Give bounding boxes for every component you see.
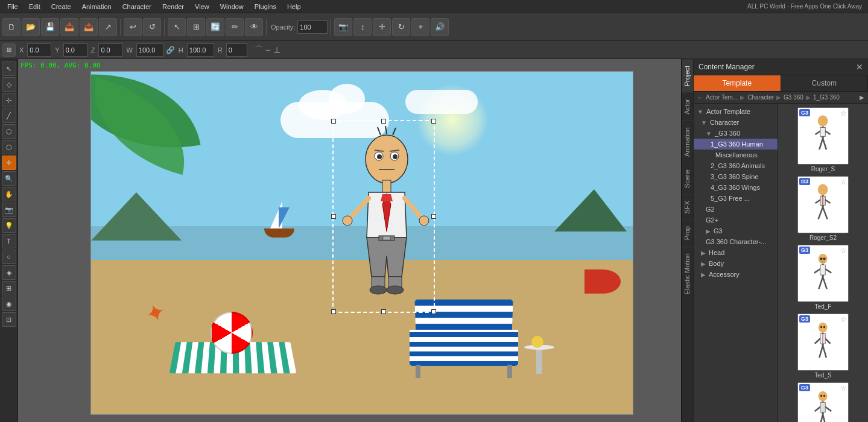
tool-extra3[interactable]: ⊡ — [2, 312, 16, 327]
redo-button[interactable]: ↺ — [143, 18, 161, 36]
open-button[interactable]: 📂 — [22, 18, 40, 36]
breadcrumb-character[interactable]: Character — [747, 94, 774, 101]
tool-light[interactable]: 💡 — [2, 218, 16, 233]
tool-shape[interactable]: ○ — [2, 250, 16, 264]
character-actor[interactable] — [341, 126, 432, 307]
content-manager-close[interactable]: ✕ — [856, 62, 863, 72]
tool-extra1[interactable]: ⊞ — [2, 281, 16, 295]
camera-button[interactable]: 📷 — [334, 18, 352, 36]
star-roger-s[interactable]: ☆ — [840, 109, 847, 118]
thumb-roger-s[interactable]: G3 ☆ Roger_S — [782, 107, 864, 172]
breadcrumb-actor-tem[interactable]: Actor Tem... — [706, 94, 738, 101]
tab-actor[interactable]: Actor — [682, 92, 693, 121]
tree-3g3360spine[interactable]: 3_G3 360 Spine — [694, 171, 778, 182]
menu-render[interactable]: Render — [157, 2, 189, 11]
menu-create[interactable]: Create — [46, 2, 76, 11]
tree-g2[interactable]: G2 — [694, 204, 778, 215]
grid-button[interactable]: ⊞ — [2, 43, 16, 57]
menu-help[interactable]: Help — [282, 2, 306, 11]
tree-g3360[interactable]: ▼ _G3 360 — [694, 128, 778, 139]
z-input[interactable] — [98, 43, 122, 57]
thumb-box-roger-s2[interactable]: G3 ☆ — [797, 176, 849, 233]
tool-extra2[interactable]: ◉ — [2, 297, 16, 311]
tab-elastic-motion[interactable]: Elastic Motion — [682, 247, 693, 300]
tool-camera[interactable]: 📷 — [2, 203, 16, 217]
eye-button[interactable]: 👁 — [245, 18, 263, 36]
tree-head[interactable]: ▶ Head — [694, 247, 778, 258]
rotate-button[interactable]: 🔄 — [206, 18, 224, 36]
thumb-ted-s[interactable]: G3 ☆ — [782, 313, 864, 379]
star-ted-f[interactable]: ☆ — [840, 247, 847, 255]
tab-animation[interactable]: Animation — [682, 121, 693, 163]
audio-button[interactable]: 🔊 — [431, 18, 449, 36]
cm-tab-template[interactable]: Template — [694, 75, 781, 91]
tree-accessory[interactable]: ▶ Accessory — [694, 269, 778, 280]
star-roger-s2[interactable]: ☆ — [840, 178, 847, 186]
viewport-canvas[interactable]: FPS: 0.00, AVG: 0.00 ✦ — [18, 59, 681, 422]
tool-hand[interactable]: ✋ — [2, 187, 16, 201]
tool-transform[interactable]: ⊹ — [2, 93, 16, 107]
sel-handle-bc[interactable] — [381, 309, 386, 314]
tree-5g3360free[interactable]: 5_G3 Free ... — [694, 193, 778, 204]
sel-handle-bl[interactable] — [331, 309, 336, 314]
menu-window[interactable]: Window — [215, 2, 249, 11]
aim-button[interactable]: ⌖ — [411, 18, 429, 36]
anchor-btn[interactable]: ⊥ — [273, 45, 280, 55]
star-ted-s[interactable]: ☆ — [840, 315, 847, 324]
tree-g3360char[interactable]: G3 360 Character-... — [694, 236, 778, 247]
undo-button[interactable]: ↩ — [124, 18, 142, 36]
tab-sfx[interactable]: SFX — [682, 194, 693, 219]
sel-handle-mr[interactable] — [431, 214, 436, 219]
menu-animation[interactable]: Animation — [77, 2, 116, 11]
tree-1g3360human[interactable]: 1_G3 360 Human — [694, 139, 778, 150]
menu-edit[interactable]: Edit — [24, 2, 45, 11]
save-button[interactable]: 💾 — [41, 18, 59, 36]
sel-handle-ml[interactable] — [331, 214, 336, 219]
tool-active[interactable]: ✛ — [2, 156, 16, 170]
tool-mesh[interactable]: ⬡ — [2, 124, 16, 139]
menu-view[interactable]: View — [190, 2, 214, 11]
new-button[interactable]: 🗋 — [2, 18, 21, 36]
tool-zoom[interactable]: 🔍 — [2, 171, 16, 186]
menu-plugins[interactable]: Plugins — [250, 2, 281, 11]
tree-g3[interactable]: ▶ G3 — [694, 225, 778, 236]
thumb-box-roger-s[interactable]: G3 ☆ — [797, 107, 849, 165]
thumb-roger-s2[interactable]: G3 ☆ Roger_S2 — [782, 176, 864, 241]
thumb-box-ted-s2[interactable]: G3 ☆ — [797, 382, 849, 422]
h-input[interactable] — [187, 43, 214, 57]
tree-actor-template[interactable]: ▼ Actor Template — [694, 106, 778, 117]
breadcrumb-forward[interactable]: ▶ — [860, 94, 864, 101]
select-button[interactable]: ↖ — [168, 18, 186, 36]
menu-character[interactable]: Character — [118, 2, 156, 11]
thumb-box-ted-s[interactable]: G3 ☆ — [797, 313, 849, 371]
tool-select[interactable]: ↖ — [2, 61, 16, 76]
tool-text[interactable]: T — [2, 234, 16, 248]
star-ted-s2[interactable]: ☆ — [840, 384, 847, 392]
r-input[interactable] — [226, 43, 247, 57]
tool-node[interactable]: ◇ — [2, 77, 16, 92]
opacity-input[interactable] — [297, 20, 328, 34]
tab-project[interactable]: Project — [682, 59, 693, 92]
tool-bones[interactable]: ╱ — [2, 109, 16, 123]
tree-character[interactable]: ▼ Character — [694, 117, 778, 128]
export2-button[interactable]: ↗ — [99, 18, 117, 36]
export-button[interactable]: 📤 — [80, 18, 98, 36]
move-button[interactable]: ↕ — [353, 18, 372, 36]
tab-prop[interactable]: Prop — [682, 219, 693, 246]
tree-2g3360animals[interactable]: 2_G3 360 Animals — [694, 160, 778, 171]
tab-scene[interactable]: Scene — [682, 163, 693, 194]
paint-button[interactable]: ✏ — [226, 18, 244, 36]
curve-btn1[interactable]: ⌒ — [255, 45, 263, 55]
tool-material[interactable]: ◈ — [2, 265, 16, 280]
thumb-ted-s2[interactable]: G3 ☆ T — [782, 382, 864, 422]
transform-button[interactable]: ⊞ — [187, 18, 205, 36]
spin-button[interactable]: ↻ — [392, 18, 410, 36]
breadcrumb-g3360[interactable]: G3 360 — [784, 94, 803, 101]
cm-tab-custom[interactable]: Custom — [781, 75, 869, 91]
tree-miscellaneous[interactable]: Miscellaneous — [694, 150, 778, 160]
breadcrumb-1g3360[interactable]: 1_G3 360 — [813, 94, 840, 101]
tree-4g3360wings[interactable]: 4_G3 360 Wings — [694, 182, 778, 193]
y-input[interactable] — [63, 43, 87, 57]
x-input[interactable] — [27, 43, 51, 57]
menu-file[interactable]: File — [2, 2, 23, 11]
